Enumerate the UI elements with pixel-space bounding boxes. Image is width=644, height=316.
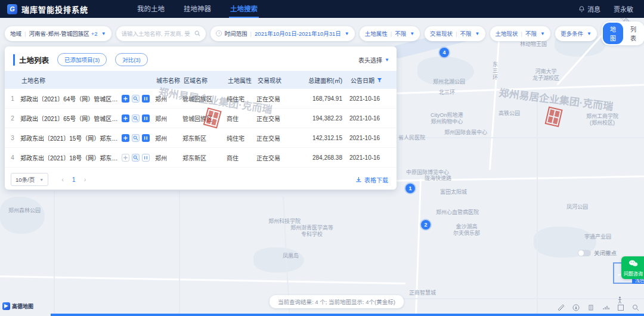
map-road	[54, 191, 55, 316]
amap-logo-icon	[2, 302, 10, 310]
filter-bar: 地域 | 河南省-郑州-管城回族区 +2 ▼ 时间范围 | 2021年10月01…	[5, 21, 639, 45]
table-row[interactable]: 2郑政出〔2021〕65号（网）管城区重心路南...郑州管城回族区商住正在交易1…	[5, 109, 397, 128]
detail-view-icon[interactable]	[132, 95, 140, 103]
column-select-label: 表头选择	[358, 55, 382, 64]
map-marker-1[interactable]: 1	[405, 184, 415, 193]
map-place-label: 凤凰岛	[283, 253, 299, 259]
notice-date: 2021-10-16	[349, 135, 395, 141]
divider: |	[391, 30, 392, 37]
scatter-toggle[interactable]	[578, 250, 591, 256]
nav-item-挂地神器[interactable]: 挂地神器	[182, 0, 212, 18]
filter-chip-土地属性[interactable]: 土地属性|不限▼	[360, 26, 420, 41]
trade-status: 正在交易	[256, 153, 295, 162]
city-name: 郑州	[155, 94, 182, 103]
date-range-value: 2021年10月01日-2021年10月31日	[255, 29, 341, 38]
column-header-district[interactable]: 区域名称	[182, 76, 227, 85]
total-area: 284,268.38	[295, 154, 349, 161]
detail-view-icon[interactable]	[132, 134, 140, 142]
total-area: 194,382.23	[295, 115, 349, 122]
region-filter-chip[interactable]: 地域 | 河南省-郑州-管城回族区 +2 ▼	[5, 26, 112, 41]
chip-label: 土地现状	[496, 29, 518, 38]
app-logo: G 瑞库智能投排系统	[0, 4, 88, 15]
region-extra-count: +2	[91, 30, 98, 37]
prev-page-button[interactable]: ‹	[61, 176, 64, 183]
total-area: 142,312.15	[295, 135, 349, 141]
date-range-chip[interactable]: 时间范围 | 2021年10月01日-2021年10月31日 ▼	[210, 26, 355, 41]
column-header-attr[interactable]: 土地属性	[227, 76, 256, 85]
search-input[interactable]	[122, 30, 194, 37]
compare-icon[interactable]	[142, 154, 150, 162]
messages-label: 消息	[587, 4, 600, 14]
column-header-status[interactable]: 交易现状	[256, 76, 295, 85]
map-place-label: 郑州心血管病医院	[436, 209, 479, 216]
map-place-label: 省人民医院	[398, 135, 425, 141]
search-chip[interactable]	[116, 26, 206, 41]
land-name[interactable]: 郑政东出〔2021〕15号（网）郑东新区龙湖...	[20, 134, 122, 142]
map-view-button[interactable]: 地图	[603, 23, 623, 44]
add-project-icon[interactable]	[122, 154, 129, 162]
land-attr: 商住	[227, 114, 256, 123]
filter-chip-土地现状[interactable]: 土地现状|不限▼	[490, 26, 550, 41]
table-row[interactable]: 1郑政出〔2021〕64号（网）管城区果园路北...郑州管城回族区纯住宅正在交易…	[5, 89, 397, 109]
page-size-value: 10条/页	[16, 175, 35, 184]
amap-logo-text: 高德地图	[12, 302, 33, 310]
compare-button[interactable]: 对比(3)	[115, 53, 148, 66]
map-place-label: 正商智慧城	[409, 290, 436, 296]
add-project-icon[interactable]	[122, 95, 129, 103]
next-page-button[interactable]: ›	[84, 176, 86, 183]
table-row[interactable]: 3郑政东出〔2021〕15号（网）郑东新区龙湖...郑州郑东新区纯住宅正在交易1…	[5, 128, 397, 148]
land-name[interactable]: 郑政出〔2021〕65号（网）管城区重心路南...	[20, 114, 122, 123]
list-view-button[interactable]: 列表	[623, 23, 643, 44]
column-header-area[interactable]: 总建面积(㎡)	[295, 76, 349, 85]
messages-button[interactable]: 消息	[578, 4, 600, 14]
bottom-accent-bar	[51, 314, 644, 316]
more-filters-chip[interactable]: 更多条件 ▼	[555, 26, 597, 41]
map-marker-2[interactable]: 2	[421, 220, 431, 230]
add-project-icon[interactable]	[122, 114, 129, 122]
map-marker-4[interactable]: 4	[439, 48, 449, 57]
user-menu[interactable]: 贾永敏	[614, 4, 633, 14]
consult-badge[interactable]: 问题咨询	[621, 256, 644, 279]
building-3d-icon[interactable]	[587, 304, 595, 311]
current-page[interactable]: 1	[72, 176, 76, 183]
column-header-date[interactable]: 公告日期	[349, 76, 395, 85]
compare-icon[interactable]	[142, 134, 150, 142]
compass-icon[interactable]	[572, 304, 580, 311]
compare-icon[interactable]	[142, 95, 150, 103]
land-attr: 纯住宅	[227, 94, 256, 103]
chip-value: 不限	[395, 29, 406, 38]
zoom-search-icon[interactable]	[632, 304, 639, 311]
detail-view-icon[interactable]	[132, 154, 140, 162]
added-projects-button[interactable]: 已添加项目(3)	[57, 53, 107, 66]
column-select-button[interactable]: 表头选择 ▼	[358, 55, 389, 64]
city-name: 郑州	[155, 153, 182, 162]
table-download-button[interactable]: 表格下载	[355, 175, 388, 184]
map-place-label: 河南大学 龙子湖校区	[532, 69, 559, 82]
map-result-status: 当前查询结果: 4 个; 当前地图显示: 4个(黄金标)	[270, 295, 404, 308]
map-place-label: 郑州北湖公园	[433, 79, 465, 85]
page-size-select[interactable]: 10条/页 ▼	[11, 173, 48, 186]
fullscreen-icon[interactable]	[617, 304, 624, 311]
map-park	[0, 197, 45, 234]
compare-icon[interactable]	[142, 114, 150, 122]
notice-date: 2021-10-16	[349, 154, 395, 161]
land-name[interactable]: 郑政东出〔2021〕18号（网）郑东新区龙湖...	[20, 153, 122, 162]
nav-item-我的土地[interactable]: 我的土地	[136, 0, 166, 18]
chevron-down-icon: ▼	[587, 31, 592, 36]
column-header-city[interactable]: 城市名称	[155, 76, 182, 85]
measure-ruler-icon[interactable]	[558, 304, 565, 311]
filter-chip-交易现状[interactable]: 交易现状|不限▼	[425, 26, 485, 41]
nav-item-土地搜索[interactable]: 土地搜索	[229, 0, 259, 18]
column-header-name[interactable]: 土地名称	[20, 76, 122, 85]
detail-view-icon[interactable]	[132, 114, 140, 122]
map-road	[394, 298, 644, 299]
map-place-label: 宇通产业园	[584, 234, 611, 240]
table-row[interactable]: 4郑政东出〔2021〕18号（网）郑东新区龙湖...郑州郑东新区商住正在交易28…	[5, 148, 397, 168]
land-name[interactable]: 郑政出〔2021〕64号（网）管城区果园路北...	[20, 94, 122, 103]
map-place-label: 郑州国际会展中心	[444, 129, 487, 136]
trade-status: 正在交易	[256, 94, 295, 103]
divider: |	[456, 30, 457, 37]
filter-funnel-icon[interactable]	[377, 78, 382, 83]
add-project-icon[interactable]	[122, 134, 129, 142]
traffic-layer-icon[interactable]	[602, 304, 609, 311]
